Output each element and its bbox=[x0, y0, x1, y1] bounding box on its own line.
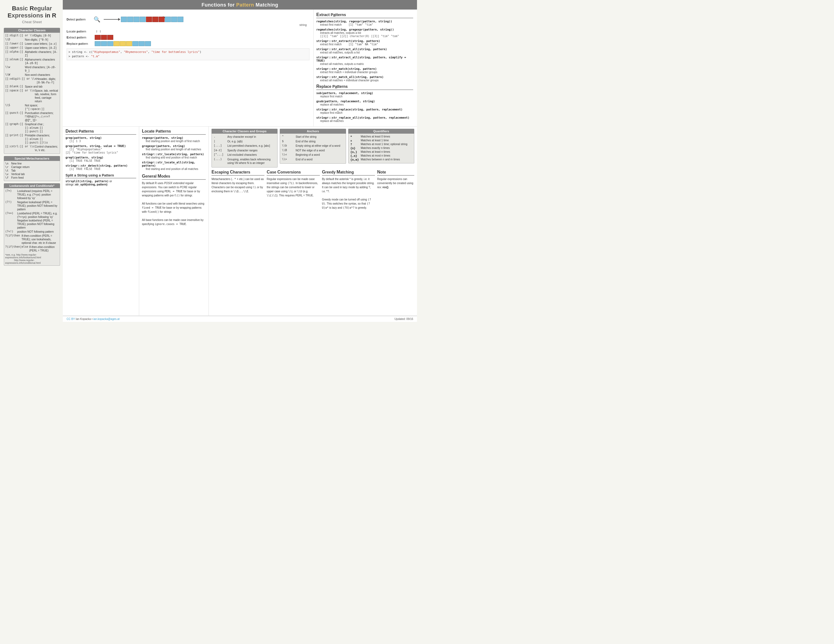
right-bottom-col: Character Classes and Groups .Any charac… bbox=[209, 127, 417, 316]
quantifiers-header: Quantifiers bbox=[348, 129, 414, 134]
func-str-locate: stringr::str_locate(string, pattern) fin… bbox=[142, 152, 206, 159]
func-regmatches-regexpr: regmatches(string, regexpr(pattern, stri… bbox=[316, 19, 413, 26]
diagram-row-main: Detect pattern 🔍 bbox=[66, 16, 309, 23]
special-meta-content: \nNew line \rCarriage return \tTab \vVer… bbox=[4, 161, 60, 181]
sidebar-title: Basic Regular Expressions in R bbox=[4, 5, 60, 19]
footer-license[interactable]: CC BY bbox=[66, 318, 75, 321]
case-conversions-title: Case Conversions bbox=[267, 169, 320, 176]
general-modes-text: By default R uses POSIX extended regular… bbox=[142, 181, 206, 226]
func-str-match-all: stringr::str_match_all(string, pattern) … bbox=[316, 75, 413, 82]
char-groups-header: Character Classes and Groups bbox=[212, 129, 278, 134]
footer: CC BY Ian Kopacka • ian.kopacka@ages.at … bbox=[63, 316, 417, 322]
anchors-box: Anchors ^Start of the string $End of the… bbox=[280, 129, 346, 168]
detect-arrow bbox=[104, 19, 119, 19]
quantifiers-box: Quantifiers *Matches at least 0 times +M… bbox=[348, 129, 414, 168]
extract-patterns-title: Extract Patterns bbox=[316, 12, 413, 18]
footer-left: CC BY Ian Kopacka • ian.kopacka@ages.at bbox=[66, 318, 120, 321]
split-func: strsplit(string, pattern) or stringr::st… bbox=[66, 179, 136, 186]
extract-row: Extract pattern bbox=[66, 35, 309, 40]
code-prompt: > string <- c( bbox=[68, 50, 93, 53]
escaping-title: Escaping Characters bbox=[212, 169, 265, 176]
case-conversions-text: Regular expressions can be made case ins… bbox=[267, 177, 320, 197]
lookaround-content: (?=) Lookahead (requires PERL = TRUE), e… bbox=[4, 188, 60, 266]
char-groups-content: .Any character except \n |Or, e.g. (a|b)… bbox=[212, 134, 278, 168]
footer-author: Ian Kopacka bbox=[76, 318, 91, 321]
func-str-match: stringr::str_match(string, pattern) extr… bbox=[316, 67, 413, 74]
general-modes-section: General Modes By default R uses POSIX ex… bbox=[142, 174, 206, 226]
escaping-section: Escaping Characters Metacharacters (. * … bbox=[212, 169, 265, 210]
magnifier-icon: 🔍 bbox=[94, 16, 100, 23]
locate-row: Locate pattern ↑ ↑ bbox=[66, 29, 309, 34]
detect-patterns-title: Detect Patterns bbox=[66, 129, 136, 135]
string-label-diagram: string bbox=[66, 23, 307, 26]
note-section: Note Regular expressions can convenientl… bbox=[377, 169, 414, 210]
lookaround-note: *see, e.g. http://www.regular-expression… bbox=[5, 253, 58, 264]
func-grepl: grepl(pattern, string) [1] TRUE FALSE TR… bbox=[66, 156, 136, 162]
code-prompt2: > pattern <- bbox=[68, 55, 91, 58]
locate-patterns-col: Locate Patterns regexpr(pattern, string)… bbox=[139, 127, 209, 316]
quantifiers-content: *Matches at least 0 times +Matches at le… bbox=[348, 134, 414, 163]
func-str-replace-all: stringr::str_replace_all(string, pattern… bbox=[316, 116, 413, 123]
char-classes-header: Character Classes bbox=[4, 28, 60, 33]
lookaround-header: Lookaraounds and Conditionals* bbox=[4, 183, 60, 188]
char-classes-content: [[:digit:]] or \\dDigits; [0-9] \\DNon-d… bbox=[4, 33, 60, 154]
up-arrow-1: ↑ bbox=[96, 29, 98, 34]
func-str-replace: stringr::str_replace(string, pattern, re… bbox=[316, 108, 413, 114]
extract-patterns-section: Extract Patterns regmatches(string, rege… bbox=[313, 10, 417, 126]
func-sub: sub(pattern, replacement, string) replac… bbox=[316, 91, 413, 98]
replace-row: Replace pattern bbox=[66, 41, 309, 46]
func-str-extract-all: stringr::str_extract_all(string, pattern… bbox=[316, 47, 413, 54]
case-conversions-section: Case Conversions Regular expressions can… bbox=[267, 169, 320, 210]
anchors-header: Anchors bbox=[280, 129, 346, 134]
code-block: > string <- c("Hiphopopotamus", "Rhymeno… bbox=[66, 48, 309, 60]
sidebar: Basic Regular Expressions in R Cheat She… bbox=[0, 0, 63, 322]
diagram-section: pattern Detect pattern 🔍 bbox=[63, 10, 313, 126]
func-str-locate-all: stringr::str_locate_all(string, pattern)… bbox=[142, 161, 206, 171]
greedy-matching-text: By default the asterisk * is greedy, i.e… bbox=[322, 177, 375, 210]
greedy-matching-title: Greedy Matching bbox=[322, 169, 375, 176]
main-content: Functions for Pattern Matching pattern D… bbox=[63, 0, 417, 322]
func-regmatches-gregexpr: regmatches(string, gregexpr(pattern, str… bbox=[316, 28, 413, 38]
pattern-string-diagram: pattern Detect pattern 🔍 bbox=[66, 16, 309, 26]
top-area: pattern Detect pattern 🔍 bbox=[63, 10, 417, 127]
special-meta-header: Special Metacharacters bbox=[4, 156, 60, 161]
footer-updated: Updated: 09/16 bbox=[394, 318, 413, 321]
func-grep-value: grep(pattern, string, value = TRUE) [1] … bbox=[66, 144, 136, 154]
func-str-detect: stringr::str_detect(string, pattern) [1]… bbox=[66, 164, 136, 171]
page-header: Functions for Pattern Matching bbox=[63, 0, 417, 10]
note-title: Note bbox=[377, 169, 414, 176]
detect-patterns-col: Detect Patterns grep(pattern, string) [1… bbox=[63, 127, 139, 316]
char-groups-box: Character Classes and Groups .Any charac… bbox=[212, 129, 278, 168]
func-grep: grep(pattern, string) [1] 1 3 bbox=[66, 136, 136, 143]
locate-patterns-title: Locate Patterns bbox=[142, 129, 206, 135]
func-str-extract: stringr::str_extract(string, pattern) ex… bbox=[316, 39, 413, 46]
bottom-text-sections: Escaping Characters Metacharacters (. * … bbox=[212, 169, 414, 210]
general-modes-title: General Modes bbox=[142, 174, 206, 180]
middle-row: Detect Patterns grep(pattern, string) [1… bbox=[63, 127, 417, 316]
note-text: Regular expressions can conveniently be … bbox=[377, 177, 414, 189]
replace-patterns-title: Replace Patterns bbox=[316, 84, 413, 90]
sidebar-subtitle: Cheat Sheet bbox=[4, 20, 60, 24]
header-pattern-word: Pattern bbox=[236, 2, 254, 8]
split-string-title: Split a String using a Pattern bbox=[66, 173, 136, 178]
anchors-content: ^Start of the string $End of the string … bbox=[280, 134, 346, 164]
split-string-section: Split a String using a Pattern strsplit(… bbox=[66, 173, 136, 186]
up-arrow-2: ↑ bbox=[99, 29, 101, 34]
gray-sections-row: Character Classes and Groups .Any charac… bbox=[212, 129, 414, 168]
string-boxes bbox=[121, 17, 183, 22]
greedy-matching-section: Greedy Matching By default the asterisk … bbox=[322, 169, 375, 210]
func-gregexpr: gregexpr(pattern, string) find starting … bbox=[142, 144, 206, 151]
footer-email[interactable]: ian.kopacka@ages.at bbox=[93, 318, 120, 321]
func-gsub: gsub(pattern, replacement, string) repla… bbox=[316, 100, 413, 106]
detect-label: Detect pattern bbox=[66, 18, 92, 21]
func-str-extract-all-simplify: stringr::str_extract_all(string, pattern… bbox=[316, 56, 413, 65]
func-regexpr: regexpr(pattern, string) find starting p… bbox=[142, 136, 206, 143]
escaping-text: Metacharacters (. * + etc.) can be used … bbox=[212, 177, 265, 194]
